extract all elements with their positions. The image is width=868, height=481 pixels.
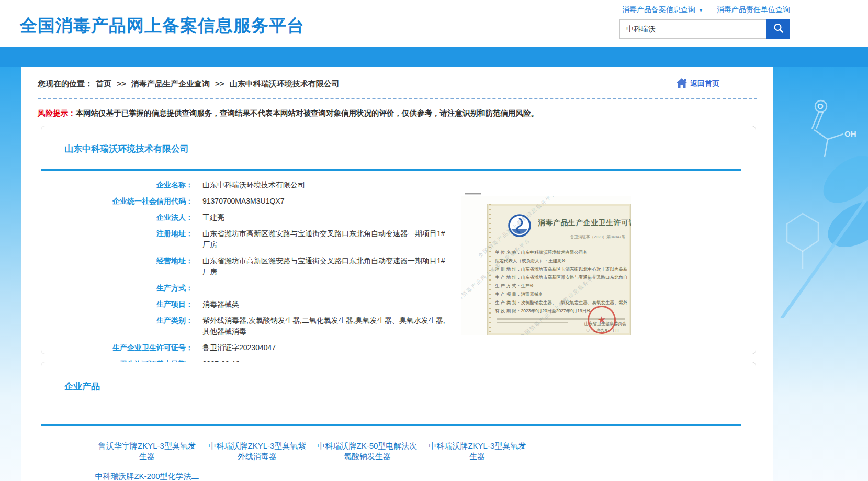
search-button[interactable] <box>766 19 790 39</box>
breadcrumb-current-company: 山东中科瑞沃环境技术有限公司 <box>230 79 340 88</box>
search-input[interactable] <box>619 19 766 39</box>
field-row: 生产类别： 紫外线消毒器,次氯酸钠发生器,二氧化氯发生器,臭氧发生器、臭氧水发生… <box>41 315 756 337</box>
product-link[interactable]: 中科瑞沃牌ZKYL-3型臭氧发生器 <box>425 441 529 462</box>
breadcrumb-row: 您现在的位置：首页 >> 消毒产品生产企业查询 >> 山东中科瑞沃环境技术有限公… <box>38 73 757 94</box>
back-home-label: 返回首页 <box>690 79 719 88</box>
field-row: 经营地址： 山东省潍坊市高新区潍安路与宝通街交叉路口东北角自动变速器一期项目1#… <box>41 255 756 277</box>
leaf-shape <box>782 147 868 318</box>
field-value: 鲁卫消证字202304047 <box>193 342 276 353</box>
product-link[interactable]: 中科瑞沃牌ZK-200型化学法二氧化氯发生器 <box>95 471 199 481</box>
content-panel: 您现在的位置：首页 >> 消毒产品生产企业查询 >> 山东中科瑞沃环境技术有限公… <box>21 67 773 481</box>
company-products-card: 企业产品 鲁沃华宇牌ZKYL-3型臭氧发生器 中科瑞沃牌ZKYL-3型臭氧紫外线… <box>41 362 756 481</box>
collapsed-image-dash <box>465 193 481 194</box>
search-box <box>619 19 790 39</box>
company-fields: 企业名称： 山东中科瑞沃环境技术有限公司 企业统一社会信用代码： 9137070… <box>41 171 756 370</box>
breadcrumb-enterprise-query[interactable]: 消毒产品生产企业查询 <box>131 79 210 88</box>
certificate-row: 生 产 方 式：生产※ <box>495 282 627 290</box>
product-link[interactable]: 中科瑞沃牌ZKYL-3型臭氧紫外线消毒器 <box>205 441 309 462</box>
field-label: 生产方式： <box>41 283 193 294</box>
breadcrumb-separator: >> <box>215 79 224 88</box>
page-header: 全国消毒产品网上备案信息服务平台 消毒产品备案信息查询▼ 消毒产品责任单位查询 <box>0 0 868 47</box>
home-icon <box>675 78 688 90</box>
breadcrumb: 您现在的位置：首页 >> 消毒产品生产企业查询 >> 山东中科瑞沃环境技术有限公… <box>38 79 343 89</box>
field-label: 注册地址： <box>41 228 193 250</box>
back-home-link[interactable]: 返回首页 <box>675 78 719 90</box>
site-title: 全国消毒产品网上备案信息服务平台 <box>20 14 305 38</box>
product-list: 鲁沃华宇牌ZKYL-3型臭氧发生器 中科瑞沃牌ZKYL-3型臭氧紫外线消毒器 中… <box>41 426 533 481</box>
nav-link-record-info-query[interactable]: 消毒产品备案信息查询▼ <box>622 5 703 15</box>
field-row: 生产项目： 消毒器械类 <box>41 299 756 310</box>
header-band <box>0 47 868 67</box>
field-label: 经营地址： <box>41 255 193 277</box>
field-label: 生产类别： <box>41 315 193 337</box>
certificate-number: 鲁卫消证字（2023）第04047号 <box>570 234 625 240</box>
certificate-row: 生 产 地 址：山东省潍坊市高新区潍安路与宝通街交叉路口东北角自动变速器一期项目… <box>495 273 627 282</box>
field-value: 王建亮 <box>193 212 224 223</box>
certificate-paper: 消毒产品生产企业卫生许可证 鲁卫消证字（2023）第04047号 单 位 名 称… <box>487 204 631 335</box>
field-row: 企业名称： 山东中科瑞沃环境技术有限公司 <box>41 180 756 191</box>
field-label: 生产项目： <box>41 299 193 310</box>
breadcrumb-home[interactable]: 首页 <box>96 79 111 88</box>
field-value: 91370700MA3M3U1QX7 <box>193 196 284 207</box>
field-row: 生产方式： <box>41 283 756 294</box>
field-row: 注册地址： 山东省潍坊市高新区潍安路与宝通街交叉路口东北角自动变速器一期项目1#… <box>41 228 756 250</box>
license-certificate-image[interactable]: 消毒产品生产企业卫生许可证 鲁卫消证字（2023）第04047号 单 位 名 称… <box>461 196 631 335</box>
certificate-row: 生 产 项 目：消毒器械※ <box>495 290 627 298</box>
field-label: 企业统一社会信用代码： <box>41 196 193 207</box>
top-nav: 消毒产品备案信息查询▼ 消毒产品责任单位查询 <box>619 5 790 15</box>
company-info-card: 山东中科瑞沃环境技术有限公司 企业名称： 山东中科瑞沃环境技术有限公司 企业统一… <box>41 126 756 354</box>
chevron-down-icon: ▼ <box>698 8 703 13</box>
field-value: 消毒器械类 <box>193 299 239 310</box>
search-icon <box>773 23 784 36</box>
background-molecule-art: O OH <box>766 67 868 318</box>
field-row: 企业法人： 王建亮 <box>41 212 756 223</box>
certificate-title: 消毒产品生产企业卫生许可证 <box>538 218 631 228</box>
product-link[interactable]: 中科瑞沃牌ZK-50型电解法次氯酸钠发生器 <box>315 441 420 462</box>
field-value: 山东中科瑞沃环境技术有限公司 <box>193 180 305 191</box>
field-value: 山东省潍坊市高新区潍安路与宝通街交叉路口东北角自动变速器一期项目1#厂房 <box>193 255 447 277</box>
field-label: 企业名称： <box>41 180 193 191</box>
certificate-row: 注 册 地 址：山东省潍坊市高新区玉清东街以北中心次干道以西高新大厦902科研楼… <box>495 265 627 273</box>
field-row: 企业统一社会信用代码： 91370700MA3M3U1QX7 <box>41 196 756 207</box>
breadcrumb-separator: >> <box>117 79 126 88</box>
risk-notice-text: 本网站仅基于已掌握的信息提供查询服务，查询结果不代表本网站对被查询对象信用状况的… <box>76 109 539 117</box>
field-value: 山东省潍坊市高新区潍安路与宝通街交叉路口东北角自动变速器一期项目1#厂房 <box>193 228 447 250</box>
field-row: 生产企业卫生许可证号： 鲁卫消证字202304047 <box>41 342 756 353</box>
page-background: O OH 您现在的位置：首页 >> 消毒产品生产企业查询 >> 山东中科瑞沃环境… <box>0 67 868 481</box>
risk-notice-label: 风险提示： <box>38 109 76 117</box>
molecule-label-oh: OH <box>844 129 856 138</box>
field-label: 生产企业卫生许可证号： <box>41 342 193 353</box>
nav-link-responsible-unit-query[interactable]: 消毒产品责任单位查询 <box>717 5 790 15</box>
dashed-divider <box>38 98 757 99</box>
risk-notice: 风险提示：本网站仅基于已掌握的信息提供查询服务，查询结果不代表本网站对被查询对象… <box>38 108 757 118</box>
molecule-label-o: O <box>817 102 824 110</box>
field-value: 紫外线消毒器,次氯酸钠发生器,二氧化氯发生器,臭氧发生器、臭氧水发生器,其他器械… <box>193 315 447 337</box>
certificate-row: 法定代表人（或负责人）：王建亮※ <box>495 256 627 265</box>
breadcrumb-prefix: 您现在的位置： <box>38 79 93 88</box>
nav-link-record-info-query-label: 消毒产品备案信息查询 <box>622 5 695 14</box>
nav-link-responsible-unit-query-label: 消毒产品责任单位查询 <box>717 5 790 14</box>
header-right: 消毒产品备案信息查询▼ 消毒产品责任单位查询 <box>619 5 790 39</box>
company-card-title: 山东中科瑞沃环境技术有限公司 <box>41 126 756 155</box>
products-card-title: 企业产品 <box>41 362 756 393</box>
field-label: 企业法人： <box>41 212 193 223</box>
field-value <box>193 283 202 294</box>
product-link[interactable]: 鲁沃华宇牌ZKYL-3型臭氧发生器 <box>95 441 199 462</box>
